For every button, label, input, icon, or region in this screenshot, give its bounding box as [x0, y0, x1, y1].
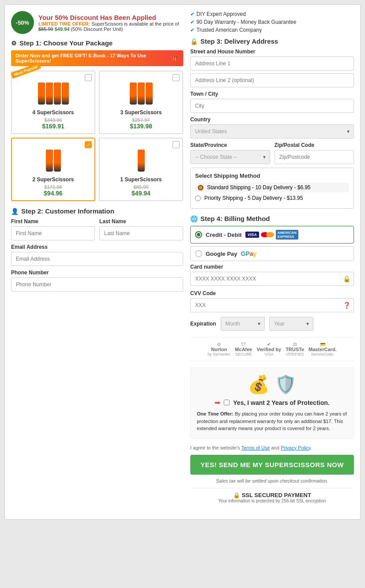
cvv-label: CVV Code	[190, 290, 354, 296]
truste-name: TRUSTe	[286, 347, 304, 352]
ssl-title-text: SSL SECURED PAYMENT	[242, 492, 311, 498]
city-input[interactable]	[190, 99, 354, 113]
left-column: -50% Your 50% Discount Has Been Applied …	[11, 11, 183, 513]
addr1-input[interactable]	[190, 56, 354, 71]
zip-label: Zip/Postal Code	[275, 142, 354, 148]
package-3-name: 3 SuperScissors	[103, 109, 179, 116]
year-select-wrapper: Year 2024 2025 2026 2027 2028 ▾	[269, 317, 313, 331]
cvv-input[interactable]	[190, 298, 354, 312]
credit-radio[interactable]	[195, 231, 202, 238]
visa-logo: VISA	[245, 232, 259, 238]
package-1-image	[103, 147, 179, 174]
trust-check-3: ✔Trusted American Company	[190, 27, 354, 33]
first-name-group: First Name	[11, 218, 95, 240]
submit-button[interactable]: YES! SEND ME MY SUPERSCISSORS NOW	[190, 455, 354, 475]
package-4-orig: $343.96	[15, 117, 91, 123]
ssl-banner: 🔒 SSL SECURED PAYMENT Your information i…	[190, 488, 354, 507]
package-2-name: 2 SuperScissors	[15, 176, 91, 183]
trust-check-1: ✔DIY Expert Approved	[190, 11, 354, 17]
state-select[interactable]: -- Choose State --	[190, 150, 270, 164]
package-3-checkbox[interactable]	[173, 74, 180, 81]
package-2-sale: $94.96	[15, 190, 91, 197]
ssl-subtitle: Your information is protected by 256-bit…	[194, 498, 350, 503]
orig-price: $85.99	[38, 26, 53, 32]
amex-logo: AMERICANEXPRESS	[276, 230, 298, 240]
zip-input[interactable]	[275, 150, 354, 164]
last-name-input[interactable]	[99, 226, 183, 240]
scissors-2-icon	[46, 150, 61, 172]
package-2-checkbox[interactable]: ✓	[85, 141, 92, 148]
card-number-input[interactable]	[190, 272, 354, 286]
email-group: Email Address	[11, 244, 183, 266]
tax-note: Sales tax will be settled upon checkout …	[190, 478, 354, 483]
package-1-orig: $85.99	[103, 184, 179, 190]
promo-text: Order Now and get FREE GIFT! E-Book - 17…	[15, 53, 173, 64]
terms-text: I agree to the website's Terms of Use an…	[190, 445, 354, 450]
expiration-row: Expiration Month 01 02 03 04 05 06 07 08…	[190, 317, 354, 331]
terms-link[interactable]: Terms of Use	[241, 445, 270, 450]
mcafee-sub: SECURE	[235, 352, 252, 356]
lock-card-icon: 🔒	[343, 275, 350, 282]
month-select[interactable]: Month 01 02 03 04 05 06 07 08 09 10 11 1…	[221, 317, 265, 331]
last-name-label: Last Name	[99, 218, 183, 225]
shipping-priority-label: Priority Shipping - 5 Day Delivery - $13…	[204, 195, 303, 201]
package-4[interactable]: Most Popular 4 SuperScissors $343.96 $16…	[11, 71, 95, 134]
state-label: State/Province	[190, 142, 270, 148]
step3-header: 🔒 Step 3: Delivery Address	[190, 37, 354, 45]
step4-header: 🌐 Step 4: Billing Method	[190, 215, 354, 222]
shield-warranty-icon: 🛡️	[275, 375, 297, 394]
country-select[interactable]: United States Canada United Kingdom	[190, 124, 354, 139]
addr2-input[interactable]	[190, 73, 354, 87]
shipping-priority[interactable]: Priority Shipping - 5 Day Delivery - $13…	[195, 195, 349, 201]
warranty-check-row: ➡ Yes, I want 2 Years of Protection.	[197, 398, 347, 407]
package-3-orig: $257.97	[103, 117, 179, 123]
expiry-label: Expiration	[190, 321, 216, 327]
last-name-group: Last Name	[99, 218, 183, 240]
shipping-title: Select Shipping Method	[195, 172, 349, 179]
shipping-standard-label: Standard Shipping - 10 Day Delivery - $6…	[207, 184, 311, 191]
package-1-checkbox[interactable]	[173, 141, 180, 148]
shipping-standard[interactable]: Standard Shipping - 10 Day Delivery - $6…	[195, 183, 349, 192]
package-3[interactable]: 3 SuperScissors $257.97 $139.98	[99, 71, 183, 134]
ssl-lock-icon: 🔒	[233, 492, 240, 498]
mastercard-secure-logo: 💳 MasterCard. SecureCode.	[309, 342, 337, 356]
step1-label: Step 1: Choose Your Package	[19, 39, 113, 47]
truste-logo: ⊡ TRUSTe VERIFIED	[286, 342, 304, 356]
package-3-image	[103, 80, 179, 107]
street-group: Street and House Number	[190, 49, 354, 87]
truste-icon: ⊡	[293, 342, 297, 347]
discount-note: (50% Discount Per Unit)	[71, 26, 123, 32]
offer-label: LIMITED TIME OFFER:	[38, 21, 90, 26]
warranty-description: One Time Offer: By placing your order to…	[197, 410, 347, 432]
package-2[interactable]: ✓ 2 SuperScissors $171.98 $94.96	[11, 138, 95, 201]
warranty-box: 💰 🛡️ ➡ Yes, I want 2 Years of Protection…	[190, 367, 354, 439]
visa-verified-name: Verified by	[256, 347, 281, 352]
norton-sub: by Symantec	[207, 352, 230, 356]
step3-label: Step 3: Delivery Address	[200, 37, 278, 45]
mastercard-secure-sub: SecureCode.	[311, 352, 335, 356]
gpay-option[interactable]: Google Pay GPay	[190, 246, 354, 261]
card-number-field: Card number 🔒	[190, 264, 354, 286]
right-column: ✔DIY Expert Approved ✔90 Day Warranty - …	[190, 11, 354, 513]
package-2-orig: $171.98	[15, 184, 91, 190]
gpay-radio[interactable]	[195, 250, 202, 257]
phone-input[interactable]	[11, 277, 183, 292]
package-1[interactable]: 1 SuperScissors $85.99 $49.94	[99, 138, 183, 201]
package-4-checkbox[interactable]	[85, 74, 92, 81]
package-3-sale: $139.98	[103, 123, 179, 130]
privacy-link[interactable]: Privacy Policy	[281, 445, 311, 450]
trust-logos: ⊙ Norton by Symantec 🛡 McAfee SECURE ✔ V…	[190, 337, 354, 361]
email-input[interactable]	[11, 252, 183, 266]
trust-check-2: ✔90 Day Warranty - Money Back Guarantee	[190, 19, 354, 25]
person-icon: 👤	[11, 208, 19, 215]
visa-verified-sub: VISA	[264, 352, 274, 356]
discount-badge: -50%	[11, 11, 34, 34]
warranty-checkbox[interactable]	[224, 400, 230, 405]
credit-debit-option[interactable]: Credit - Debit VISA AMERICANEXPRESS	[190, 226, 354, 243]
mc-orange	[266, 232, 274, 237]
step2-label: Step 2: Customer Information	[21, 207, 114, 215]
shipping-standard-radio[interactable]	[198, 185, 203, 191]
year-select[interactable]: Year 2024 2025 2026 2027 2028	[269, 317, 313, 331]
shipping-priority-radio[interactable]	[195, 195, 201, 201]
first-name-input[interactable]	[11, 226, 95, 240]
